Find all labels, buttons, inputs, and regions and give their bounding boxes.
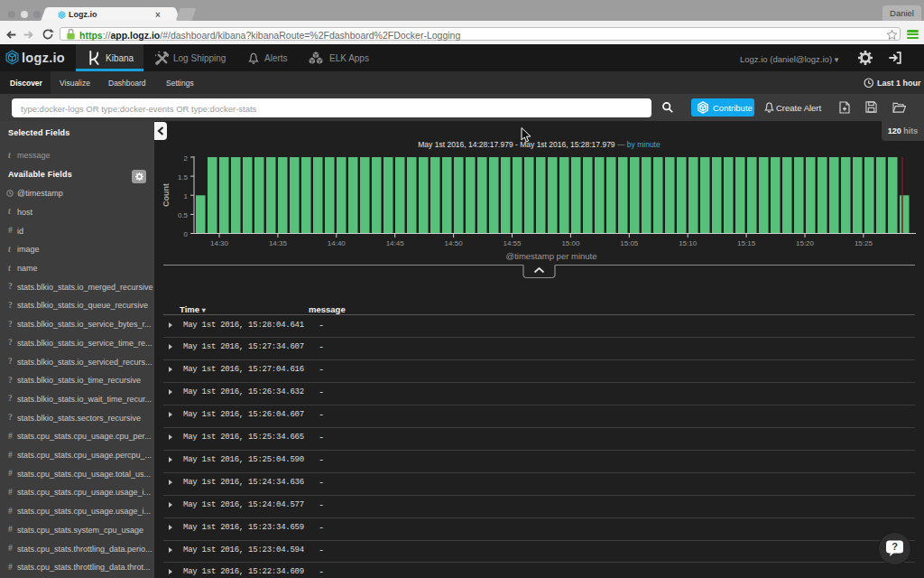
svg-text:0: 0 xyxy=(184,230,189,238)
svg-text:15:20: 15:20 xyxy=(796,239,815,247)
svg-text:May 1st 2016, 14:28:17.979 - M: May 1st 2016, 14:28:17.979 - May 1st 201… xyxy=(418,140,661,149)
svg-text:15:15: 15:15 xyxy=(737,239,756,247)
svg-text:14:30: 14:30 xyxy=(210,239,229,247)
svg-text:15:00: 15:00 xyxy=(561,239,580,247)
svg-text:14:50: 14:50 xyxy=(445,239,464,247)
svg-text:15:25: 15:25 xyxy=(855,239,873,247)
svg-text:0.5: 0.5 xyxy=(178,211,189,219)
svg-text:1.5: 1.5 xyxy=(178,173,189,182)
svg-text:15:10: 15:10 xyxy=(679,239,698,247)
svg-text:?: ? xyxy=(892,541,898,552)
svg-text:14:55: 14:55 xyxy=(503,239,522,247)
svg-text:2: 2 xyxy=(184,154,189,163)
svg-text:14:40: 14:40 xyxy=(328,239,346,247)
svg-text:14:35: 14:35 xyxy=(269,239,288,247)
svg-text:Count: Count xyxy=(162,183,171,207)
svg-text:14:45: 14:45 xyxy=(386,239,405,247)
svg-text:@timestamp per minute: @timestamp per minute xyxy=(506,251,597,261)
svg-text:15:05: 15:05 xyxy=(620,239,639,247)
svg-text:1: 1 xyxy=(184,192,189,200)
